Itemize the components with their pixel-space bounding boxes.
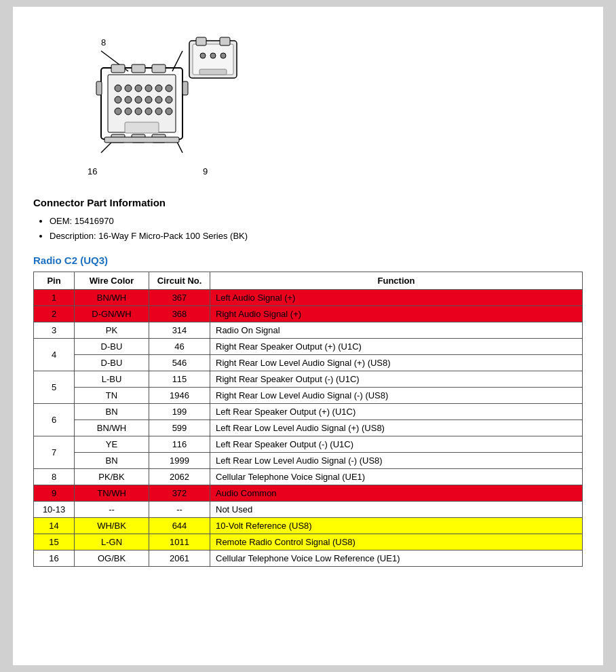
table-header-row: Pin Wire Color Circuit No. Function [34,272,583,290]
svg-point-26 [135,108,142,115]
svg-rect-33 [125,122,159,133]
cell-function: Not Used [210,502,583,518]
cell-function: Cellular Telephone Voice Low Reference (… [210,550,583,567]
cell-wire: D-BU [75,339,149,355]
cell-function: Left Audio Signal (+) [210,290,583,306]
cell-function: Right Rear Low Level Audio Signal (+) (U… [210,355,583,371]
cell-wire: -- [75,502,149,518]
table-row: 3PK314Radio On Signal [34,322,583,339]
table-row: 8PK/BK2062Cellular Telephone Voice Signa… [34,469,583,485]
svg-point-22 [155,96,162,103]
table-row: 2D-GN/WH368Right Audio Signal (+) [34,306,583,322]
cell-pin: 7 [34,436,75,469]
cell-function: Right Rear Speaker Output (+) (U1C) [210,339,583,355]
cell-function: Left Rear Low Level Audio Signal (-) (US… [210,453,583,469]
svg-point-27 [145,108,152,115]
svg-point-39 [210,53,216,58]
cell-function: Left Rear Speaker Output (-) (U1C) [210,436,583,453]
table-row: 9TN/WH372Audio Common [34,485,583,502]
cell-wire: BN/WH [75,290,149,306]
svg-point-20 [135,96,142,103]
table-row: 1BN/WH367Left Audio Signal (+) [34,290,583,306]
table-row: BN1999Left Rear Low Level Audio Signal (… [34,453,583,469]
connector-info-list: OEM: 15416970 Description: 16-Way F Micr… [33,214,583,244]
cell-circuit: 2061 [149,550,210,567]
table-row: 14WH/BK64410-Volt Reference (US8) [34,518,583,534]
svg-point-28 [155,108,162,115]
header-wire: Wire Color [75,272,149,290]
svg-rect-32 [104,137,179,143]
svg-point-16 [155,85,162,92]
cell-circuit: 1946 [149,388,210,404]
svg-point-12 [115,85,121,92]
table-row: TN1946Right Rear Low Level Audio Signal … [34,388,583,404]
table-row: 4D-BU46Right Rear Speaker Output (+) (U1… [34,339,583,355]
cell-circuit: 367 [149,290,210,306]
cell-circuit: 1999 [149,453,210,469]
label-16: 16 [88,166,97,176]
cell-pin: 1 [34,290,75,306]
cell-function: Remote Radio Control Signal (US8) [210,534,583,550]
cell-function: Right Rear Speaker Output (-) (U1C) [210,371,583,388]
cell-circuit: 372 [149,485,210,502]
cell-wire: PK/BK [75,469,149,485]
cell-function: Left Rear Speaker Output (+) (U1C) [210,404,583,420]
svg-point-38 [200,53,206,58]
cell-wire: YE [75,436,149,453]
cell-pin: 9 [34,485,75,502]
table-row: BN/WH599Left Rear Low Level Audio Signal… [34,420,583,436]
table-row: 15L-GN1011Remote Radio Control Signal (U… [34,534,583,550]
cell-pin: 6 [34,404,75,436]
cell-pin: 3 [34,322,75,339]
table-row: 7YE116Left Rear Speaker Output (-) (U1C) [34,436,583,453]
cell-wire: PK [75,322,149,339]
svg-point-23 [166,96,172,103]
label-8: 8 [101,37,106,48]
svg-point-13 [125,85,132,92]
cell-circuit: 2062 [149,469,210,485]
page: 8 1 16 9 [13,7,603,665]
svg-rect-8 [152,64,166,73]
pin-table: Pin Wire Color Circuit No. Function 1BN/… [33,272,583,567]
cell-circuit: 599 [149,420,210,436]
cell-pin: 14 [34,518,75,534]
connector-diagram: 8 1 16 9 [47,34,250,183]
cell-wire: WH/BK [75,518,149,534]
cell-function: Right Rear Low Level Audio Signal (-) (U… [210,388,583,404]
cell-pin: 2 [34,306,75,322]
svg-point-29 [166,108,172,115]
diagram-area: 8 1 16 9 [33,20,583,183]
oem-info: OEM: 15416970 [50,214,583,229]
header-pin: Pin [34,272,75,290]
cell-wire: TN [75,388,149,404]
cell-circuit: -- [149,502,210,518]
table-row: 5L-BU115Right Rear Speaker Output (-) (U… [34,371,583,388]
cell-pin: 4 [34,339,75,371]
cell-wire: L-GN [75,534,149,550]
cell-pin: 16 [34,550,75,567]
table-row: 16OG/BK2061Cellular Telephone Voice Low … [34,550,583,567]
svg-point-18 [115,96,121,103]
connector-info-title: Connector Part Information [33,197,583,208]
svg-rect-36 [196,37,206,45]
cell-pin: 8 [34,469,75,485]
cell-circuit: 644 [149,518,210,534]
svg-point-25 [125,108,132,115]
cell-wire: D-BU [75,355,149,371]
svg-rect-37 [220,37,230,45]
svg-rect-6 [111,64,125,73]
cell-wire: TN/WH [75,485,149,502]
cell-pin: 10-13 [34,502,75,518]
cell-wire: D-GN/WH [75,306,149,322]
cell-circuit: 46 [149,339,210,355]
cell-circuit: 199 [149,404,210,420]
cell-function: Left Rear Low Level Audio Signal (+) (US… [210,420,583,436]
cell-wire: BN/WH [75,420,149,436]
cell-circuit: 115 [149,371,210,388]
svg-point-19 [125,96,132,103]
cell-wire: OG/BK [75,550,149,567]
connector-info: Connector Part Information OEM: 15416970… [33,197,583,244]
table-row: D-BU546Right Rear Low Level Audio Signal… [34,355,583,371]
description-info: Description: 16-Way F Micro-Pack 100 Ser… [50,229,583,244]
svg-point-24 [115,108,121,115]
